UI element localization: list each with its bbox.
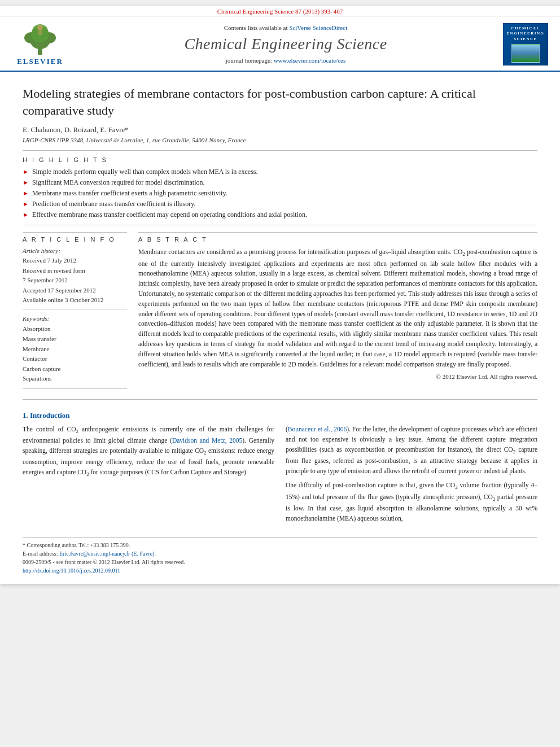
elsevier-logo-area: ELSEVIER: [9, 22, 71, 66]
history-item-3: 7 September 2012: [23, 276, 127, 285]
highlight-item-2: ► Significant MEA conversion required fo…: [23, 178, 537, 187]
keyword-carbon-capture: Carbon capture: [23, 364, 127, 374]
badge-image: [511, 44, 540, 63]
email-link[interactable]: Eric.Favre@ensic.inpl-nancy.fr (E. Favre…: [59, 551, 156, 557]
intro-body-cols: The control of CO2 anthropogenic emissio…: [23, 425, 537, 528]
doi-link[interactable]: http://dx.doi.org/10.1016/j.ces.2012.09.…: [23, 567, 120, 574]
highlight-arrow-2: ►: [23, 179, 29, 186]
journal-header: ELSEVIER Contents lists available at Sci…: [0, 16, 560, 72]
doi-note: http://dx.doi.org/10.1016/j.ces.2012.09.…: [23, 566, 537, 575]
authors-text: E. Chabanon, D. Roizard, E. Favre*: [23, 125, 129, 134]
divider-after-highlights: [23, 225, 537, 225]
keywords-title: Keywords:: [23, 315, 127, 322]
highlight-text-5: Effective membrane mass transfer coeffic…: [32, 211, 307, 219]
highlight-arrow-1: ►: [23, 168, 29, 175]
highlight-text-3: Membrane mass transfer coefficient exert…: [32, 189, 228, 198]
abstract-title: A B S T R A C T: [138, 232, 537, 243]
keyword-separations: Separations: [23, 374, 127, 384]
keyword-membrane: Membrane: [23, 344, 127, 355]
elsevier-tree-icon: [18, 22, 63, 56]
highlight-arrow-4: ►: [23, 200, 29, 207]
footnote-section: * Corresponding author. Tel.: +33 383 17…: [23, 537, 537, 575]
keyword-contactor: Contactor: [23, 354, 127, 364]
highlight-item-3: ► Membrane mass transfer coefficient exe…: [23, 189, 537, 198]
info-divider: [23, 309, 127, 309]
highlight-text-1: Simple models perform equally well than …: [32, 168, 258, 176]
keyword-absorption: Absorption: [23, 324, 127, 334]
contents-text: Contents lists available at: [224, 24, 288, 31]
page: Chemical Engineering Science 87 (2013) 3…: [0, 6, 560, 584]
history-item-2: Received in revised form: [23, 267, 127, 275]
article-info-title: A R T I C L E I N F O: [23, 232, 127, 243]
highlights-title: H I G H L I G H T S: [23, 156, 537, 163]
authors: E. Chabanon, D. Roizard, E. Favre*: [23, 125, 537, 134]
copyright-line: © 2012 Elsevier Ltd. All rights reserved…: [138, 373, 537, 380]
contents-available-line: Contents lists available at SciVerse Sci…: [77, 24, 495, 31]
issn-note: 0009-2509/$ - see front matter © 2012 El…: [23, 558, 537, 566]
intro-section-title: 1. Introduction: [23, 411, 537, 420]
article-title: Modeling strategies of membrane contacto…: [23, 85, 537, 119]
email-note: E-mail address: Eric.Favre@ensic.inpl-na…: [23, 549, 537, 558]
article-history-title: Article history:: [23, 247, 127, 254]
journal-citation: Chemical Engineering Science 87 (2013) 3…: [217, 8, 343, 15]
sciverse-link[interactable]: SciVerse ScienceDirect: [289, 24, 347, 31]
homepage-text: journal homepage:: [226, 57, 272, 64]
bounaceur-link[interactable]: Bounaceur et al., 2006: [288, 426, 347, 433]
article-info-col: A R T I C L E I N F O Article history: R…: [23, 232, 127, 394]
highlight-item-1: ► Simple models perform equally well tha…: [23, 168, 537, 176]
highlights-list: ► Simple models perform equally well tha…: [23, 168, 537, 219]
affiliation: LRGP-CNRS UPR 3348, Université de Lorrai…: [23, 137, 537, 143]
history-item-4: Accepted 17 September 2012: [23, 286, 127, 295]
journal-badge: CHEMICALENGINEERINGSCIENCE: [503, 23, 548, 65]
highlight-text-2: Significant MEA conversion required for …: [32, 178, 205, 187]
homepage-link[interactable]: www.elsevier.com/locate/ces: [274, 57, 346, 64]
svg-rect-7: [38, 30, 42, 35]
intro-right-col: (Bounaceur et al., 2006). For the latter…: [286, 425, 537, 528]
intro-left-text: The control of CO2 anthropogenic emissio…: [23, 425, 274, 479]
info-abstract-cols: A R T I C L E I N F O Article history: R…: [23, 232, 537, 394]
highlight-arrow-3: ►: [23, 190, 29, 196]
divider-before-intro: [23, 399, 537, 400]
highlight-item-5: ► Effective membrane mass transfer coeff…: [23, 211, 537, 219]
introduction-section: 1. Introduction The control of CO2 anthr…: [23, 411, 537, 528]
divider-after-affiliation: [23, 150, 537, 151]
corresponding-author-note: * Corresponding author. Tel.: +33 383 17…: [23, 541, 537, 549]
highlight-text-4: Prediction of membrane mass transfer coe…: [32, 200, 196, 208]
badge-title: CHEMICALENGINEERINGSCIENCE: [506, 26, 544, 42]
highlights-section: H I G H L I G H T S ► Simple models perf…: [23, 156, 537, 219]
highlight-arrow-5: ►: [23, 211, 29, 218]
homepage-line: journal homepage: www.elsevier.com/locat…: [77, 57, 495, 64]
davidson-metz-link[interactable]: Davidson and Metz, 2005: [172, 437, 242, 444]
intro-section-label: Introduction: [30, 411, 70, 420]
main-content: Modeling strategies of membrane contacto…: [0, 72, 560, 584]
elsevier-wordmark: ELSEVIER: [17, 57, 63, 66]
footnote-corresponding: * Corresponding author. Tel.: +33 383 17…: [23, 542, 130, 548]
intro-section-number: 1.: [23, 411, 30, 420]
journal-header-center: Contents lists available at SciVerse Sci…: [71, 24, 500, 64]
info-divider-2: [23, 388, 127, 389]
intro-right-text: (Bounaceur et al., 2006). For the latter…: [286, 425, 537, 524]
abstract-text: Membrane contactors are considered as a …: [138, 247, 537, 369]
highlight-item-4: ► Prediction of membrane mass transfer c…: [23, 200, 537, 208]
journal-citation-bar: Chemical Engineering Science 87 (2013) 3…: [0, 6, 560, 16]
email-label: E-mail address:: [23, 551, 58, 557]
history-item-5: Available online 3 October 2012: [23, 296, 127, 304]
abstract-col: A B S T R A C T Membrane contactors are …: [138, 232, 537, 394]
journal-title-display: Chemical Engineering Science: [77, 34, 495, 54]
history-item-1: Received 7 July 2012: [23, 256, 127, 265]
elsevier-logo: ELSEVIER: [9, 22, 71, 66]
journal-badge-area: CHEMICALENGINEERINGSCIENCE: [500, 23, 551, 65]
keyword-mass-transfer: Mass transfer: [23, 334, 127, 344]
svg-point-6: [37, 25, 43, 30]
intro-left-col: The control of CO2 anthropogenic emissio…: [23, 425, 274, 528]
